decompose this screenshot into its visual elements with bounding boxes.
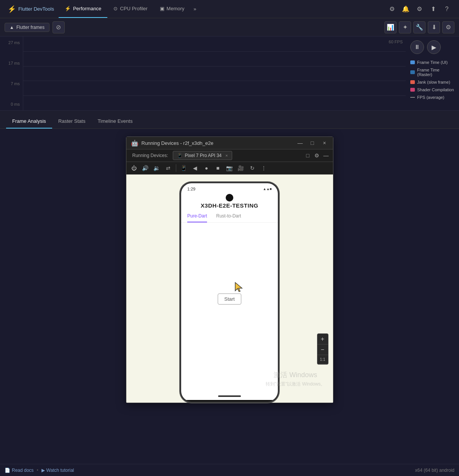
nav-actions: ⚙ 🔔 ⚙ ⬆ ? — [386, 3, 456, 15]
window-maximize-button[interactable]: □ — [309, 139, 316, 147]
device-tab-close[interactable]: × — [225, 153, 228, 158]
flutter-frames-label: Flutter frames — [16, 25, 45, 30]
record-icon-btn[interactable]: ● — [202, 163, 211, 173]
main-content: 🤖 Running Devices - r2f_x3dh_e2e — □ × R… — [0, 129, 459, 464]
emulator-container[interactable]: 1:29 ▲▲■ X3DH-E2E-TESTING Pure-Dart — [126, 175, 333, 403]
toolbar-settings-button[interactable]: ⚙ — [442, 21, 454, 33]
app-tab-rust-to-dart[interactable]: Rust-to-Dart — [216, 213, 241, 222]
layout-icon-btn[interactable]: □ — [304, 152, 312, 159]
zoom-out-button[interactable]: − — [317, 344, 328, 355]
window-controls: — □ × — [296, 139, 328, 147]
pause-icon: ⏸ — [414, 44, 420, 51]
read-docs-label: Read docs — [12, 468, 33, 473]
device-tab-pixel7[interactable]: 📱 Pixel 7 Pro API 34 × — [173, 151, 232, 160]
zoom-in-button[interactable]: + — [317, 334, 328, 344]
read-docs-link[interactable]: 📄 Read docs — [5, 468, 33, 473]
watch-tutorial-icon: ▶ — [41, 468, 45, 473]
volume-down-icon-btn[interactable]: 🔉 — [152, 163, 161, 173]
brand-logo[interactable]: ⚡ Flutter DevTools — [3, 5, 59, 13]
raster-stats-label: Raster Stats — [58, 118, 86, 124]
device-tab-label: Pixel 7 Pro API 34 — [185, 153, 222, 158]
window-minimize-button[interactable]: — — [296, 139, 304, 147]
watch-tutorial-label: Watch tutorial — [46, 468, 74, 473]
minimize-icon: — — [298, 140, 303, 146]
back-icon-btn[interactable]: ◀ — [191, 163, 200, 173]
enhance-icon: ✦ — [403, 24, 408, 31]
playback-controls: ⏸ ▶ — [410, 40, 454, 54]
cpu-profiler-tab-label: CPU Profiler — [120, 6, 147, 11]
device-minimize-btn[interactable]: — — [322, 152, 330, 159]
legend-label-jank: Jank (slow frame) — [417, 80, 450, 84]
close-icon: × — [323, 140, 326, 146]
y-label-17ms: 17 ms — [0, 61, 20, 65]
download-button[interactable]: ⬇ — [428, 21, 440, 33]
legend-fps-avg: FPS (average) — [410, 95, 454, 100]
nav-tabs: ⚡ Performance ⊙ CPU Profiler ▣ Memory » — [59, 0, 386, 18]
phone-time: 1:29 — [187, 187, 195, 191]
pause-button[interactable]: ⏸ — [410, 40, 424, 54]
start-button[interactable]: Start — [218, 294, 241, 305]
clear-icon: ⊘ — [56, 24, 61, 31]
tab-memory[interactable]: ▣ Memory — [154, 0, 191, 18]
status-separator-dot: • — [37, 468, 38, 473]
flutter-frames-chevron-icon: ▲ — [10, 25, 14, 30]
legend-jank: Jank (slow frame) — [410, 80, 454, 84]
read-docs-icon: 📄 — [5, 468, 10, 473]
maximize-icon: □ — [311, 140, 314, 146]
screenshot-icon-btn[interactable]: 📷 — [225, 163, 234, 173]
notifications-button[interactable]: 🔔 — [400, 3, 412, 15]
app-content-area: Start — [181, 223, 278, 375]
tab-timeline-events[interactable]: Timeline Events — [91, 114, 139, 129]
enhance-button[interactable]: ✦ — [399, 21, 411, 33]
more-icon-btn[interactable]: ⋮ — [259, 163, 268, 173]
chart-icon: 📊 — [387, 24, 394, 31]
more-tabs-button[interactable]: » — [191, 6, 199, 12]
status-bar: 📄 Read docs • ▶ Watch tutorial x64 (64 b… — [0, 464, 459, 476]
memory-tab-label: Memory — [167, 6, 185, 11]
app-tab-pure-dart[interactable]: Pure-Dart — [187, 213, 207, 222]
wrench-button[interactable]: 🔧 — [413, 21, 426, 33]
performance-toolbar: ▲ Flutter frames ⊘ 📊 ✦ 🔧 ⬇ ⚙ — [0, 18, 459, 36]
chart-button[interactable]: 📊 — [384, 21, 397, 33]
power-icon-btn[interactable]: ⏻ — [129, 163, 139, 173]
legend-shader: Shader Compilation — [410, 87, 454, 92]
wrench-icon: 🔧 — [416, 24, 423, 31]
legend-label-shader: Shader Compilation — [417, 87, 454, 92]
phone-status-icons: ▲▲■ — [263, 187, 272, 191]
window-title-bar: 🤖 Running Devices - r2f_x3dh_e2e — □ × — [126, 137, 333, 149]
rotate-icon-btn[interactable]: ⇄ — [164, 163, 173, 173]
devtools-settings-button[interactable]: ⚙ — [413, 3, 426, 15]
clear-button[interactable]: ⊘ — [53, 21, 65, 33]
chart-canvas[interactable]: 60 FPS — [23, 36, 406, 110]
legend-label-ui: Frame Time (UI) — [417, 60, 448, 65]
legend-frame-time-raster: Frame Time (Raster) — [410, 68, 454, 77]
refresh-icon-btn[interactable]: ↻ — [248, 163, 257, 173]
stop-icon-btn[interactable]: ■ — [214, 163, 223, 173]
window-title: Running Devices - r2f_x3dh_e2e — [142, 140, 293, 146]
home-bar-indicator — [218, 395, 241, 397]
legend-label-raster: Frame Time (Raster) — [417, 68, 454, 77]
tab-frame-analysis[interactable]: Frame Analysis — [6, 114, 52, 129]
platform-info: x64 (64 bit) android — [415, 468, 454, 473]
volume-up-icon-btn[interactable]: 🔊 — [141, 163, 150, 173]
phone-screen[interactable]: X3DH-E2E-TESTING Pure-Dart Rust-to-Dart … — [181, 195, 278, 392]
settings-button[interactable]: ⚙ — [386, 3, 398, 15]
tab-raster-stats[interactable]: Raster Stats — [52, 114, 92, 129]
upload-button[interactable]: ⬆ — [427, 3, 439, 15]
flutter-icon: ⚡ — [8, 5, 16, 13]
video-icon-btn[interactable]: 🎥 — [236, 163, 245, 173]
window-close-button[interactable]: × — [321, 139, 328, 147]
window-tab-actions: □ ⚙ — — [304, 152, 330, 159]
tab-performance[interactable]: ⚡ Performance — [59, 0, 107, 18]
download-icon: ⬇ — [432, 24, 437, 31]
tab-cpu-profiler[interactable]: ⊙ CPU Profiler — [107, 0, 153, 18]
toolbar-settings-icon: ⚙ — [446, 24, 451, 31]
help-button[interactable]: ? — [441, 3, 453, 15]
play-button[interactable]: ▶ — [427, 40, 441, 54]
running-devices-label-row: Running Devices: 📱 Pixel 7 Pro API 34 × … — [126, 149, 333, 162]
legend-label-fps: FPS (average) — [417, 95, 445, 100]
phone-icon-btn[interactable]: 📱 — [179, 163, 188, 173]
device-settings-btn[interactable]: ⚙ — [313, 152, 321, 159]
watch-tutorial-link[interactable]: ▶ Watch tutorial — [41, 468, 74, 473]
flutter-frames-button[interactable]: ▲ Flutter frames — [5, 23, 49, 32]
